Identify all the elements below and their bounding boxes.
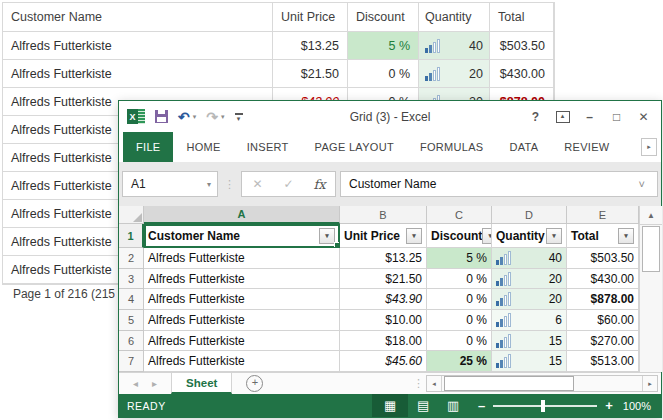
row-number[interactable]: 2 bbox=[119, 248, 144, 269]
column-header-b[interactable]: B bbox=[340, 206, 427, 224]
cell-total[interactable]: $430.00 bbox=[567, 269, 639, 290]
column-header[interactable]: Quantity bbox=[419, 3, 490, 32]
cell-customer-name[interactable]: Alfreds Futterkiste bbox=[144, 248, 340, 269]
undo-button[interactable]: ↶ bbox=[178, 110, 190, 124]
cell-total[interactable]: $878.00 bbox=[567, 289, 639, 310]
zoom-slider-thumb[interactable] bbox=[541, 400, 545, 412]
cell-discount[interactable]: 0 % bbox=[427, 269, 492, 290]
cell-unit-price[interactable]: $13.25 bbox=[340, 248, 427, 269]
table-row[interactable]: Alfreds Futterkiste$13.255 %40$503.50 bbox=[3, 32, 554, 60]
ribbon-more-button[interactable]: ▸ bbox=[641, 138, 657, 156]
minimize-button[interactable]: – bbox=[576, 106, 603, 128]
cell-customer-name[interactable]: Alfreds Futterkiste bbox=[3, 32, 273, 60]
header-cell-customer-name[interactable]: Customer Name▾ bbox=[144, 224, 340, 248]
vertical-scrollbar[interactable]: ▲ bbox=[639, 206, 662, 372]
cell-total[interactable]: $503.50 bbox=[567, 248, 639, 269]
ribbon-tab-home[interactable]: HOME bbox=[173, 132, 233, 162]
cell-discount[interactable]: 0 % bbox=[427, 289, 492, 310]
insert-function-button[interactable]: fx bbox=[304, 177, 335, 192]
scroll-left-icon[interactable]: ◂ bbox=[427, 376, 441, 391]
column-header[interactable]: Unit Price bbox=[273, 3, 348, 32]
undo-dropdown-icon[interactable]: ▾ bbox=[193, 113, 197, 121]
horizontal-scrollbar-thumb[interactable] bbox=[444, 376, 574, 391]
column-header[interactable]: Total bbox=[490, 3, 554, 32]
cell-discount[interactable]: 5 % bbox=[348, 32, 419, 60]
cancel-button[interactable]: ✕ bbox=[242, 177, 273, 191]
save-button[interactable] bbox=[155, 110, 168, 123]
filter-dropdown-icon[interactable]: ▾ bbox=[618, 228, 634, 244]
redo-button[interactable]: ↷ bbox=[206, 110, 218, 124]
cell-quantity[interactable]: 40 bbox=[492, 248, 567, 269]
cell-total[interactable]: $60.00 bbox=[567, 310, 639, 331]
normal-view-button[interactable]: ▦ bbox=[372, 394, 408, 417]
select-all-corner[interactable] bbox=[119, 206, 144, 224]
column-header-c[interactable]: C bbox=[427, 206, 492, 224]
row-number[interactable]: 7 bbox=[119, 351, 144, 372]
row-number[interactable]: 5 bbox=[119, 310, 144, 331]
formula-bar-expand-icon[interactable]: ˅ bbox=[635, 178, 649, 190]
row-number[interactable]: 6 bbox=[119, 331, 144, 352]
cell-discount[interactable]: 0 % bbox=[427, 331, 492, 352]
ribbon-tab-review[interactable]: REVIEW bbox=[551, 132, 622, 162]
cell-customer-name[interactable]: Alfreds Futterkiste bbox=[144, 289, 340, 310]
close-button[interactable]: ✕ bbox=[630, 106, 657, 128]
cell-total[interactable]: $430.00 bbox=[490, 60, 554, 88]
scroll-up-icon[interactable]: ▲ bbox=[640, 206, 662, 225]
sheet-nav-right-icon[interactable]: ▸ bbox=[152, 378, 157, 389]
cell-quantity[interactable]: 15 bbox=[492, 331, 567, 352]
cell-discount[interactable]: 25 % bbox=[427, 351, 492, 372]
new-sheet-button[interactable]: + bbox=[246, 375, 263, 392]
scroll-right-icon[interactable]: ▸ bbox=[643, 376, 657, 391]
column-header[interactable]: Discount bbox=[348, 3, 419, 32]
column-header-a[interactable]: A bbox=[144, 206, 340, 224]
zoom-in-button[interactable]: + bbox=[605, 399, 613, 412]
cell-quantity[interactable]: 20 bbox=[492, 269, 567, 290]
cell-quantity[interactable]: 40 bbox=[419, 32, 490, 60]
cell-unit-price[interactable]: $21.50 bbox=[340, 269, 427, 290]
column-header-d[interactable]: D bbox=[492, 206, 567, 224]
cell-unit-price[interactable]: $21.50 bbox=[273, 60, 348, 88]
cell-customer-name[interactable]: Alfreds Futterkiste bbox=[3, 60, 273, 88]
cell-discount[interactable]: 5 % bbox=[427, 248, 492, 269]
name-box-dropdown-icon[interactable]: ▾ bbox=[203, 180, 215, 189]
sheet-tab[interactable]: Sheet bbox=[171, 373, 232, 394]
cell-quantity[interactable]: 20 bbox=[419, 60, 490, 88]
ribbon-tab-formulas[interactable]: FORMULAS bbox=[407, 132, 497, 162]
cell-customer-name[interactable]: Alfreds Futterkiste bbox=[144, 310, 340, 331]
row-number[interactable]: 3 bbox=[119, 269, 144, 290]
page-break-view-button[interactable]: ▥ bbox=[438, 394, 468, 417]
enter-button[interactable]: ✓ bbox=[273, 177, 304, 191]
horizontal-scrollbar[interactable]: ◂ ▸ bbox=[426, 375, 658, 392]
cell-customer-name[interactable]: Alfreds Futterkiste bbox=[144, 351, 340, 372]
ribbon-tab-insert[interactable]: INSERT bbox=[234, 132, 302, 162]
row-number[interactable]: 4 bbox=[119, 289, 144, 310]
cell-discount[interactable]: 0 % bbox=[348, 60, 419, 88]
cell-customer-name[interactable]: Alfreds Futterkiste bbox=[144, 269, 340, 290]
cell-unit-price[interactable]: $13.25 bbox=[273, 32, 348, 60]
zoom-out-button[interactable]: – bbox=[478, 399, 485, 412]
zoom-slider[interactable] bbox=[493, 405, 597, 407]
column-header-e[interactable]: E bbox=[567, 206, 639, 224]
header-cell-total[interactable]: Total▾ bbox=[567, 224, 639, 248]
header-cell-discount[interactable]: Discount▾ bbox=[427, 224, 492, 248]
filter-dropdown-icon[interactable]: ▾ bbox=[482, 228, 492, 244]
ribbon-tab-page-layout[interactable]: PAGE LAYOUT bbox=[302, 132, 407, 162]
ribbon-tab-file[interactable]: FILE bbox=[123, 132, 173, 162]
horizontal-scrollbar-track[interactable] bbox=[441, 376, 643, 391]
customize-quick-access-toolbar-button[interactable]: ▾ bbox=[235, 113, 243, 121]
maximize-button[interactable]: □ bbox=[603, 106, 630, 128]
column-header[interactable]: Customer Name bbox=[3, 3, 273, 32]
cell-total[interactable]: $503.50 bbox=[490, 32, 554, 60]
header-cell-quantity[interactable]: Quantity▾ bbox=[492, 224, 567, 248]
vertical-scrollbar-thumb[interactable] bbox=[642, 226, 660, 272]
cell-quantity[interactable]: 20 bbox=[492, 289, 567, 310]
cell-total[interactable]: $270.00 bbox=[567, 331, 639, 352]
cell-unit-price[interactable]: $10.00 bbox=[340, 310, 427, 331]
formula-bar-input[interactable]: Customer Name ˅ bbox=[340, 171, 658, 197]
cell-unit-price[interactable]: $18.00 bbox=[340, 331, 427, 352]
name-box[interactable]: A1 ▾ bbox=[122, 171, 218, 197]
excel-logo-icon[interactable]: X bbox=[127, 109, 145, 124]
row-number[interactable]: 1 bbox=[119, 224, 144, 248]
header-cell-unit-price[interactable]: Unit Price▾ bbox=[340, 224, 427, 248]
filter-dropdown-icon[interactable]: ▾ bbox=[319, 228, 335, 244]
